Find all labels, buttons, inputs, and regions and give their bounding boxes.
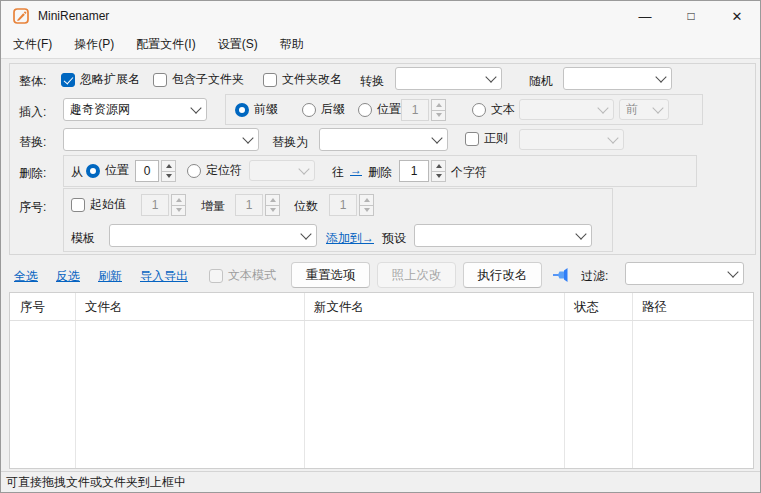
position-label: 位置	[377, 101, 401, 118]
delete-position-label: 位置	[105, 162, 129, 179]
preset-label: 预设	[382, 230, 406, 247]
text-mode-checkbox: 文本模式	[209, 267, 276, 284]
chevron-down-icon	[300, 228, 311, 239]
checkbox-unchecked-icon	[153, 73, 167, 87]
checkbox-unchecked-icon	[71, 198, 85, 212]
apply-last-button: 照上次改	[377, 262, 456, 288]
rename-folders-checkbox[interactable]: 文件夹改名	[263, 71, 342, 88]
spin-down-icon[interactable]	[265, 206, 280, 217]
filter-select[interactable]	[625, 262, 744, 285]
spin-down-icon[interactable]	[359, 206, 374, 217]
insert-position-radio[interactable]: 位置	[358, 101, 401, 118]
chevron-down-icon	[190, 102, 201, 113]
column-header-new-filename[interactable]: 新文件名	[314, 299, 364, 316]
maximize-button[interactable]: □	[668, 1, 714, 31]
column-header-path[interactable]: 路径	[642, 299, 667, 316]
overall-label: 整体:	[19, 73, 46, 90]
spin-up-icon[interactable]	[359, 194, 374, 206]
insert-label: 插入:	[19, 104, 46, 121]
regex-checkbox[interactable]: 正则	[465, 130, 508, 147]
select-all-link[interactable]: 全选	[14, 268, 38, 285]
delete-position-radio[interactable]: 位置	[86, 162, 129, 179]
serial-start-spinner: 1	[141, 194, 186, 216]
radio-selected-icon	[235, 103, 249, 117]
chevron-down-icon	[655, 71, 666, 82]
spin-down-icon[interactable]	[431, 111, 446, 122]
template-combobox[interactable]	[109, 224, 317, 247]
invert-selection-link[interactable]: 反选	[56, 268, 80, 285]
include-subfolders-checkbox[interactable]: 包含子文件夹	[153, 71, 244, 88]
chevron-down-icon	[242, 132, 253, 143]
serial-start-checkbox[interactable]: 起始值	[71, 196, 126, 213]
preset-combobox[interactable]	[414, 224, 592, 247]
suffix-label: 后缀	[321, 101, 345, 118]
serial-label: 序号:	[19, 199, 46, 216]
random-select[interactable]	[563, 67, 672, 90]
ignore-extension-label: 忽略扩展名	[80, 71, 140, 88]
spin-up-icon[interactable]	[431, 160, 446, 172]
delete-count-spinner[interactable]: 1	[399, 160, 446, 182]
pin-icon[interactable]	[552, 267, 572, 283]
menu-file[interactable]: 文件(F)	[3, 32, 62, 57]
delete-locator-label: 定位符	[206, 162, 242, 179]
delete-chars-label: 个字符	[451, 164, 487, 181]
spin-up-icon[interactable]	[265, 194, 280, 206]
replace-search-combobox[interactable]	[63, 128, 259, 151]
column-header-status[interactable]: 状态	[574, 299, 599, 316]
chevron-down-icon	[431, 132, 442, 143]
delete-locator-radio[interactable]: 定位符	[187, 162, 242, 179]
spinner-buttons	[431, 99, 446, 121]
import-export-link[interactable]: 导入导出	[140, 268, 188, 285]
menu-operate[interactable]: 操作(P)	[64, 32, 124, 57]
insert-prefix-radio[interactable]: 前缀	[235, 101, 278, 118]
replace-with-combobox[interactable]	[319, 128, 448, 151]
execute-rename-button[interactable]: 执行改名	[463, 262, 542, 288]
table-header: 序号 文件名 新文件名 状态 路径	[10, 293, 753, 321]
spin-up-icon[interactable]	[171, 194, 186, 206]
checkbox-unchecked-icon	[209, 269, 223, 283]
spin-up-icon[interactable]	[431, 99, 446, 111]
file-table[interactable]: 序号 文件名 新文件名 状态 路径	[9, 292, 754, 469]
chevron-down-icon	[575, 228, 586, 239]
direction-arrow-icon[interactable]: →	[350, 163, 362, 177]
menu-settings[interactable]: 设置(S)	[208, 32, 268, 57]
radio-unselected-icon	[187, 164, 201, 178]
column-header-filename[interactable]: 文件名	[85, 299, 123, 316]
title-bar: MiniRenamer — □ ✕	[1, 1, 760, 31]
insert-place-select: 前	[619, 99, 669, 120]
column-header-index[interactable]: 序号	[20, 299, 45, 316]
refresh-link[interactable]: 刷新	[98, 268, 122, 285]
radio-unselected-icon	[472, 103, 486, 117]
app-window: MiniRenamer — □ ✕ 文件(F) 操作(P) 配置文件(I) 设置…	[0, 0, 761, 493]
replace-label: 替换:	[19, 134, 46, 151]
spinner-value: 1	[329, 194, 357, 216]
menu-profile[interactable]: 配置文件(I)	[126, 32, 205, 57]
insert-text-radio[interactable]: 文本	[472, 101, 515, 118]
minimize-button[interactable]: —	[622, 1, 668, 31]
close-button[interactable]: ✕	[714, 1, 760, 31]
menu-help[interactable]: 帮助	[270, 32, 314, 57]
app-icon	[13, 8, 29, 24]
menu-bar: 文件(F) 操作(P) 配置文件(I) 设置(S) 帮助	[1, 31, 760, 59]
spin-up-icon[interactable]	[161, 160, 176, 172]
insert-text-combobox[interactable]: 趣奇资源网	[63, 98, 207, 121]
delete-position-spinner[interactable]: 0	[135, 160, 176, 182]
spinner-value[interactable]: 1	[399, 160, 429, 182]
serial-increment-label: 增量	[201, 198, 225, 215]
spin-down-icon[interactable]	[161, 172, 176, 183]
spin-down-icon[interactable]	[171, 206, 186, 217]
insert-custom-text-combobox	[519, 99, 614, 120]
spin-down-icon[interactable]	[431, 172, 446, 183]
convert-select[interactable]	[395, 67, 502, 90]
add-to-link[interactable]: 添加到→	[326, 230, 374, 247]
reset-options-button[interactable]: 重置选项	[291, 262, 370, 288]
rename-folders-label: 文件夹改名	[282, 71, 342, 88]
ignore-extension-checkbox[interactable]: 忽略扩展名	[61, 71, 140, 88]
serial-digits-label: 位数	[294, 198, 318, 215]
window-title: MiniRenamer	[38, 9, 109, 23]
spinner-value: 1	[235, 194, 263, 216]
spinner-value[interactable]: 0	[135, 160, 159, 182]
checkbox-unchecked-icon	[465, 132, 479, 146]
chevron-down-icon	[485, 71, 496, 82]
insert-suffix-radio[interactable]: 后缀	[302, 101, 345, 118]
